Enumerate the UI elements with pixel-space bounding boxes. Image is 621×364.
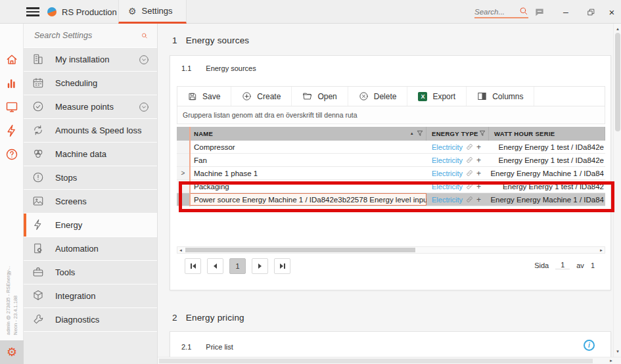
table-row[interactable]: Compressor Electricity + Energy Energy 1… [177,141,605,154]
scroll-up-icon[interactable]: ▲ [614,25,621,33]
filter-icon[interactable] [417,130,423,137]
column-header-energy-type[interactable]: ENERGY TYPE [426,127,489,141]
help-icon[interactable] [5,148,18,161]
energy-type-link[interactable]: Electricity [432,156,463,164]
table-row[interactable]: Fan Electricity + Energy Energy 1 test /… [177,154,605,167]
table-row[interactable]: > Machine 1 phase 1 Electricity + Energy… [177,167,605,180]
hamburger-menu-icon[interactable] [26,7,39,16]
energy-bolt-icon[interactable] [5,124,18,137]
filter-icon[interactable] [479,130,486,137]
link-icon[interactable] [466,156,473,164]
watt-hour-serie-link[interactable]: Energy Energy Machine 1 / IDa84 [489,193,605,206]
sidebar-item-stops[interactable]: Stops [24,166,157,190]
watt-hour-serie-link[interactable]: Energy Energy 1 test / IDa842e [489,141,605,153]
search-icon[interactable] [141,31,148,41]
energy-type-cell: Electricity + [426,141,489,153]
name-cell-editing[interactable]: Power source Energy Machine 1 / IDa842e3… [190,193,426,206]
scrollbar-thumb[interactable] [615,33,620,131]
tab-rs-production[interactable]: RS Production [38,0,126,24]
add-link-icon[interactable]: + [476,182,481,191]
name-cell[interactable]: Fan [190,154,426,166]
add-link-icon[interactable]: + [476,143,481,152]
monitor-icon[interactable] [5,101,18,114]
watt-hour-serie-link[interactable]: Energy Energy Machine 1 / IDa84 [489,167,605,179]
watt-hour-serie-link[interactable]: Energy Energy 1 test / IDa842e [489,154,605,166]
scroll-down-icon[interactable]: ▼ [614,348,621,355]
add-link-icon[interactable]: + [476,169,481,178]
group-by-panel[interactable]: Gruppera listan genom att dra en överskr… [177,106,605,124]
subsection1-heading: 1.1 Energy sources [181,64,256,72]
scrollbar-thumb[interactable] [159,359,593,363]
search-icon[interactable] [519,7,528,18]
energy-type-link[interactable]: Electricity [432,183,463,191]
sidebar-item-measure-points[interactable]: Measure points [24,95,157,119]
calendar-icon [32,77,45,89]
name-cell[interactable]: Packaging [190,180,426,193]
minimize-button[interactable]: – [557,0,574,24]
delete-button[interactable]: Delete [348,87,408,106]
close-button[interactable]: × [603,0,620,24]
sidebar-item-scheduling[interactable]: Scheduling [24,72,157,95]
scroll-right-icon[interactable]: ► [598,247,605,253]
chevron-down-icon[interactable] [139,55,149,65]
first-page-button[interactable] [185,258,201,274]
info-icon[interactable]: i [584,340,595,351]
bar-chart-icon[interactable] [5,77,18,90]
page-number-input[interactable] [555,261,570,269]
table-row[interactable]: Packaging Electricity + Energy Energy 1 … [177,180,605,193]
row-expander-icon[interactable]: > [177,167,190,179]
link-icon[interactable] [466,196,473,203]
sidebar-item-integration[interactable]: Integration [24,284,157,308]
home-icon[interactable] [5,53,18,66]
feedback-chat-icon[interactable] [531,0,548,24]
create-button[interactable]: Create [231,87,292,106]
sidebar-search-input[interactable] [34,31,141,40]
tab-settings[interactable]: ⚙ Settings [118,0,187,24]
energy-type-link[interactable]: Electricity [432,170,463,177]
sidebar-item-machine-data[interactable]: Machine data [24,143,157,166]
grid-horizontal-scrollbar[interactable]: ◄ ► [177,246,605,254]
subsection-number: 1.1 [181,64,191,72]
page-vertical-scrollbar[interactable]: ▲ ▼ [613,24,621,357]
restore-button[interactable] [582,0,599,24]
sidebar-item-tools[interactable]: Tools [24,261,157,284]
name-cell[interactable]: Compressor [190,141,426,153]
scroll-left-icon[interactable]: ◄ [177,247,184,253]
column-header-name[interactable]: NAME ▲ [190,127,426,141]
save-icon [188,92,197,101]
current-page-button[interactable]: 1 [229,258,246,274]
last-page-button[interactable] [274,258,290,274]
sidebar-item-amounts-speed-loss[interactable]: Amounts & Speed loss [24,119,157,143]
sidebar-item-diagnostics[interactable]: Diagnostics [24,308,157,332]
sidebar-item-automation[interactable]: Automation [24,237,157,261]
sidebar-item-screens[interactable]: Screens [24,190,157,214]
watt-hour-serie-link[interactable]: Energy Energy 1 test / IDa842 [489,180,605,193]
scrollbar-thumb[interactable] [185,248,415,252]
settings-sidebar: My installation Scheduling Measure point… [24,24,158,364]
energy-type-link[interactable]: Electricity [432,143,463,151]
sort-ascending-icon[interactable]: ▲ [410,131,414,135]
link-icon[interactable] [466,143,473,150]
of-label: av [576,262,584,269]
previous-page-button[interactable] [207,258,223,274]
save-button[interactable]: Save [177,87,231,106]
open-button[interactable]: Open [292,87,348,106]
sidebar-item-energy[interactable]: Energy [24,214,157,237]
add-link-icon[interactable]: + [476,156,481,165]
add-link-icon[interactable]: + [476,195,481,204]
export-button[interactable]: X Export [407,87,467,106]
column-header-watt-hour-serie[interactable]: WATT HOUR SERIE [489,127,605,141]
name-cell[interactable]: Machine 1 phase 1 [190,167,426,179]
global-search-input[interactable] [474,8,515,16]
link-icon[interactable] [466,183,473,190]
link-icon[interactable] [466,170,473,177]
settings-gear-button[interactable]: ⚙ [0,340,24,364]
chevron-down-icon[interactable] [139,102,149,112]
sidebar-item-my-installation[interactable]: My installation [24,48,157,72]
next-page-button[interactable] [252,258,268,274]
columns-button[interactable]: Columns [467,87,534,106]
page-horizontal-scrollbar[interactable]: ► [158,357,621,364]
energy-type-link[interactable]: Electricity [432,196,463,204]
scroll-right-icon[interactable]: ► [609,359,613,363]
table-row-selected[interactable]: Power source Energy Machine 1 / IDa842e3… [177,193,605,206]
